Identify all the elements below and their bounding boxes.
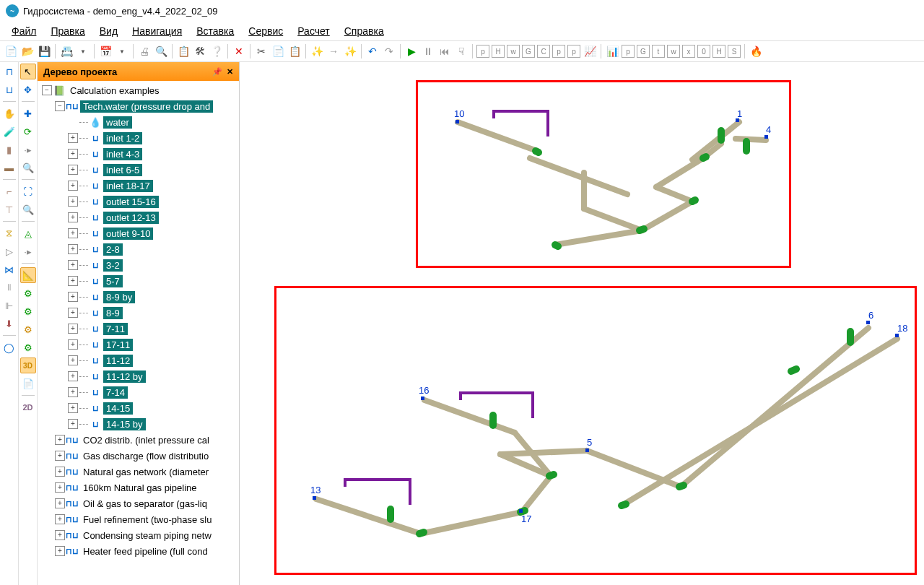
chart2-icon[interactable]: 📊 — [604, 43, 620, 59]
expander-icon[interactable]: + — [68, 260, 78, 270]
cut-icon[interactable]: ✂ — [253, 43, 269, 59]
tree-item[interactable]: +⊔inlet 18-17 — [38, 178, 239, 194]
tri-tool-icon[interactable]: ◬ — [20, 225, 36, 241]
expander-icon[interactable]: + — [55, 435, 65, 445]
render1-tool-icon[interactable]: ⚙ — [20, 285, 36, 301]
expander-icon[interactable]: + — [55, 482, 65, 493]
expander-icon[interactable]: + — [68, 371, 78, 381]
sq-p3[interactable]: p — [567, 45, 580, 58]
tree-project[interactable]: +⊓⊔CO2 distrib. (inlet pressure cal — [38, 432, 239, 448]
elbow-tool-icon[interactable]: ⌐ — [1, 183, 17, 199]
cursor-icon[interactable]: ☟ — [453, 43, 469, 59]
refresh-tool-icon[interactable]: ⟳ — [20, 124, 36, 139]
tie-tool-icon[interactable]: ⋈ — [1, 261, 17, 277]
dot2-tool-icon[interactable]: ·▸ — [20, 243, 36, 259]
print-icon[interactable]: 🖨 — [136, 43, 152, 59]
tree-root[interactable]: − 📗 Calculation examples — [38, 82, 239, 98]
expander-icon[interactable]: + — [68, 133, 78, 143]
paste-icon[interactable]: 📋 — [287, 43, 302, 59]
new-icon[interactable]: 📄 — [3, 43, 19, 59]
tube-tool-icon[interactable]: ▮ — [1, 142, 17, 157]
close-icon[interactable]: ✕ — [227, 67, 233, 77]
tree-project[interactable]: +⊓⊔Fuel refinement (two-phase slu — [38, 511, 239, 527]
level-tool-icon[interactable]: ⊩ — [1, 298, 17, 313]
expander-icon[interactable]: + — [68, 181, 78, 191]
tree-item[interactable]: +⊔14-15 — [38, 400, 239, 416]
tree-project[interactable]: +⊓⊔Heater feed pipeline (full cond — [38, 543, 239, 559]
pause-icon[interactable]: ⏸ — [420, 43, 436, 59]
help-icon[interactable]: ❔ — [209, 43, 225, 59]
pipe3d-tool-icon[interactable]: 📐 — [20, 267, 36, 283]
expander-icon[interactable]: + — [55, 530, 65, 540]
expander-icon[interactable]: + — [68, 228, 78, 238]
sq-x[interactable]: x — [682, 45, 695, 58]
arrow-icon[interactable]: → — [326, 43, 341, 59]
settings-icon[interactable]: 🛠 — [192, 43, 208, 59]
sq-0[interactable]: 0 — [697, 45, 710, 58]
chart-icon[interactable]: 📈 — [582, 43, 598, 59]
expander-icon[interactable]: + — [68, 324, 78, 334]
preview-icon[interactable]: 🔍 — [153, 43, 169, 59]
expander-icon[interactable]: + — [68, 149, 78, 159]
tree-item[interactable]: +⊔7-11 — [38, 321, 239, 337]
tree-item[interactable]: +⊔outlet 15-16 — [38, 194, 239, 209]
prev-icon[interactable]: ⏮ — [437, 43, 453, 59]
tree-item[interactable]: +⊔8-9 — [38, 305, 239, 321]
pipe-tool-icon[interactable]: ⊓ — [1, 64, 17, 79]
dropdown-icon[interactable]: ▼ — [75, 43, 91, 59]
render3-tool-icon[interactable]: ⚙ — [20, 321, 36, 337]
sq-p4[interactable]: p — [622, 45, 635, 58]
expander-icon[interactable]: − — [42, 85, 52, 95]
sq-w[interactable]: w — [507, 45, 520, 58]
copy2-icon[interactable]: 📄 — [270, 43, 286, 59]
expander-icon[interactable]: + — [68, 244, 78, 254]
pipe2-tool-icon[interactable]: ⊔ — [1, 82, 17, 98]
sq-c[interactable]: C — [537, 45, 550, 58]
expander-icon[interactable]: + — [55, 546, 65, 556]
open-icon[interactable]: 📂 — [19, 43, 35, 59]
expander-icon[interactable]: + — [55, 467, 65, 477]
menu-view[interactable]: Вид — [94, 24, 123, 38]
cal-icon[interactable]: 📅 — [97, 43, 113, 59]
tree-item[interactable]: +⊔inlet 6-5 — [38, 162, 239, 178]
tree-item[interactable]: +⊔11-12 — [38, 352, 239, 368]
dropdown-icon[interactable]: ▼ — [114, 43, 130, 59]
tree-item[interactable]: +⊔inlet 4-3 — [38, 146, 239, 162]
copy-icon[interactable]: 📋 — [175, 43, 191, 59]
expander-icon[interactable]: + — [68, 308, 78, 318]
plus-tool-icon[interactable]: ✚ — [20, 105, 36, 121]
valve-tool-icon[interactable]: ⧖ — [1, 225, 17, 241]
expander-icon[interactable]: + — [55, 514, 65, 524]
down-tool-icon[interactable]: ⬇ — [1, 316, 17, 332]
sq-p2[interactable]: p — [552, 45, 565, 58]
wand-icon[interactable]: ✨ — [309, 43, 325, 59]
expander-icon[interactable]: + — [68, 387, 78, 397]
bar-tool-icon[interactable]: ▬ — [1, 160, 17, 176]
sq-g[interactable]: G — [522, 45, 535, 58]
menu-service[interactable]: Сервис — [243, 24, 289, 38]
undo-icon[interactable]: ↶ — [365, 43, 380, 59]
3d-tool-icon[interactable]: 3D — [20, 358, 36, 373]
play-tool-icon[interactable]: ▷ — [1, 243, 17, 259]
tree-item[interactable]: +⊔7-14 — [38, 384, 239, 400]
expander-icon[interactable]: + — [68, 419, 78, 429]
delete-icon[interactable]: ✕ — [231, 43, 247, 59]
wand2-icon[interactable]: ✨ — [342, 43, 358, 59]
tree-item[interactable]: +⊔2-8 — [38, 241, 239, 257]
play-icon[interactable]: ▶ — [404, 43, 419, 59]
tree-item[interactable]: +⊔inlet 1-2 — [38, 130, 239, 146]
expander-icon[interactable]: + — [68, 276, 78, 286]
tree-item[interactable]: +⊔5-7 — [38, 273, 239, 289]
bars-tool-icon[interactable]: ⦀ — [1, 280, 17, 295]
doc-tool-icon[interactable]: 📄 — [20, 376, 36, 391]
tree-item[interactable]: +⊔11-12 by — [38, 368, 239, 384]
tree-item[interactable]: +⊔outlet 12-13 — [38, 209, 239, 225]
menu-file[interactable]: Файл — [6, 24, 42, 38]
tree-project[interactable]: +⊓⊔Condensing steam piping netw — [38, 527, 239, 543]
expander-icon[interactable]: + — [68, 196, 78, 207]
render2-tool-icon[interactable]: ⚙ — [20, 303, 36, 319]
tree-item[interactable]: +⊔outlet 9-10 — [38, 225, 239, 241]
tree-item[interactable]: +⊔3-2 — [38, 257, 239, 273]
tree-techwater[interactable]: − ⊓⊔ Tech.water (pressure drop and — [38, 98, 239, 114]
tree-item[interactable]: 💧water — [38, 114, 239, 130]
